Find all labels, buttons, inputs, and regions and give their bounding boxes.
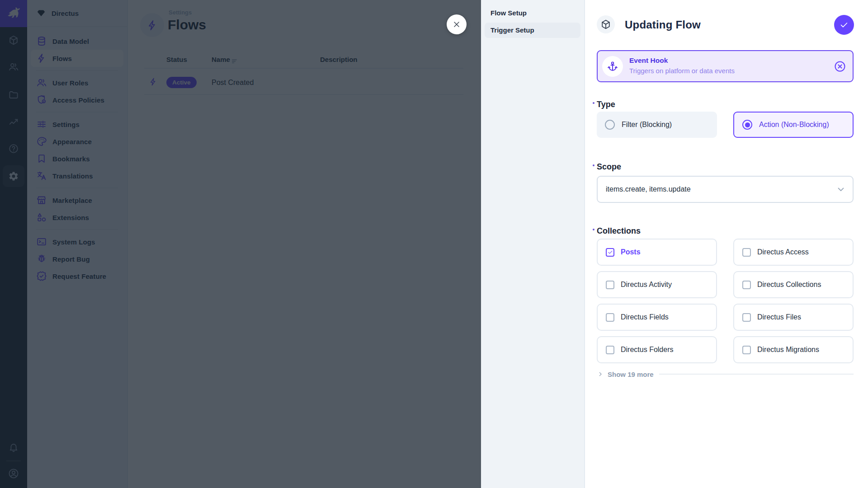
checkbox-icon [606, 313, 614, 322]
collection-checkbox-posts[interactable]: Posts [597, 239, 717, 266]
checkbox-icon [742, 248, 751, 257]
scope-value: items.create, items.update [606, 185, 835, 193]
collection-checkbox-directus-collections[interactable]: Directus Collections [733, 271, 854, 298]
type-field-label: Type [597, 100, 615, 109]
drawer-title-icon-circle [597, 15, 615, 33]
box-icon [600, 19, 611, 30]
check-icon [839, 20, 849, 30]
drawer-close-button[interactable] [447, 14, 467, 34]
deselect-icon[interactable] [834, 60, 846, 73]
checkbox-icon [742, 313, 751, 322]
checkbox-icon [742, 281, 751, 289]
chevron-down-icon [835, 184, 846, 195]
radio-selected-icon [742, 120, 752, 130]
drawer-overlay[interactable] [0, 0, 481, 488]
show-more-label: Show 19 more [608, 371, 654, 378]
checkbox-icon [742, 346, 751, 354]
save-button[interactable] [834, 15, 854, 35]
collection-checkbox-directus-migrations[interactable]: Directus Migrations [733, 336, 854, 363]
collection-checkbox-directus-fields[interactable]: Directus Fields [597, 304, 717, 331]
collections-grid: Posts Directus Access Directus Activity … [597, 239, 854, 363]
chevron-right-icon [597, 371, 604, 378]
drawer-nav: Flow Setup Trigger Setup [481, 0, 584, 488]
event-hook-title: Event Hook [629, 56, 668, 65]
edited-dot [593, 229, 594, 230]
drawer-nav-trigger-setup[interactable]: Trigger Setup [485, 23, 580, 38]
collection-checkbox-directus-access[interactable]: Directus Access [733, 239, 854, 266]
collection-checkbox-directus-activity[interactable]: Directus Activity [597, 271, 717, 298]
show-more-divider [659, 374, 854, 375]
anchor-icon-circle [602, 56, 623, 77]
scope-select[interactable]: items.create, items.update [597, 176, 854, 203]
collection-checkbox-directus-files[interactable]: Directus Files [733, 304, 854, 331]
radio-unselected-icon [605, 120, 615, 130]
type-option-action[interactable]: Action (Non-Blocking) [733, 112, 854, 138]
edited-dot [593, 164, 594, 166]
checkbox-icon [606, 281, 614, 289]
drawer-title: Updating Flow [625, 19, 701, 31]
checkbox-checked-icon [606, 248, 614, 257]
check-icon [607, 249, 613, 255]
edited-dot [593, 102, 594, 104]
collection-checkbox-directus-folders[interactable]: Directus Folders [597, 336, 717, 363]
drawer-nav-flow-setup[interactable]: Flow Setup [481, 7, 584, 19]
type-option-filter[interactable]: Filter (Blocking) [597, 112, 717, 138]
anchor-icon [607, 61, 618, 72]
event-hook-card[interactable]: Event Hook Triggers on platform or data … [597, 50, 854, 82]
drawer-content: Updating Flow Event Hook Triggers on pla… [584, 0, 868, 488]
collections-field-label: Collections [597, 226, 641, 236]
show-more-button[interactable]: Show 19 more [597, 369, 854, 380]
close-icon [452, 20, 461, 29]
scope-field-label: Scope [597, 162, 621, 172]
checkbox-icon [606, 346, 614, 354]
event-hook-subtitle: Triggers on platform or data events [629, 67, 735, 75]
